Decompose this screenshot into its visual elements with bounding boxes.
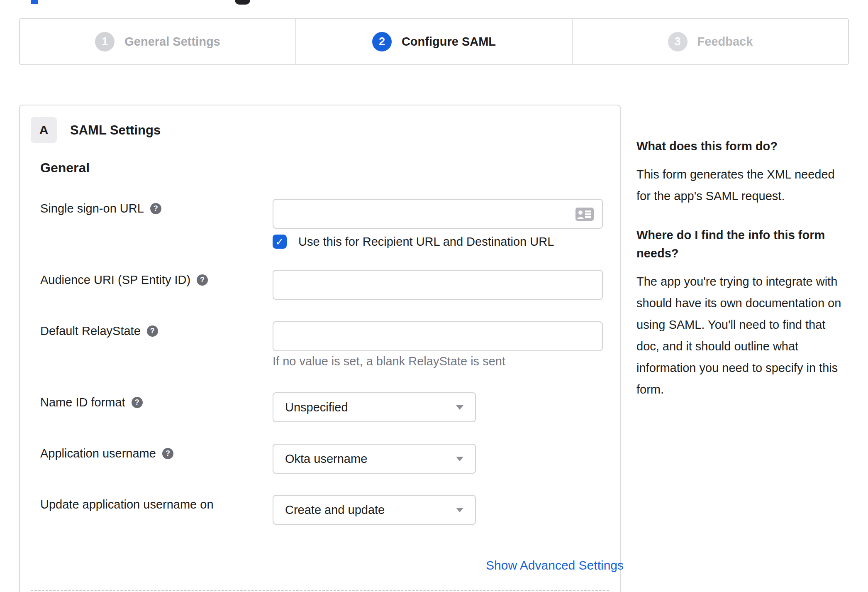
name-id-format-value: Unspecified bbox=[285, 401, 348, 414]
name-id-format-label: Name ID format bbox=[40, 396, 125, 409]
name-id-format-select[interactable]: Unspecified bbox=[273, 392, 476, 422]
advanced-settings-divider bbox=[31, 590, 609, 591]
relay-state-hint: If no value is set, a blank RelayState i… bbox=[273, 355, 505, 368]
show-advanced-settings-link[interactable]: Show Advanced Settings bbox=[273, 558, 624, 572]
audience-uri-input[interactable] bbox=[273, 270, 603, 300]
saml-settings-panel: A SAML Settings General Single sign-on U… bbox=[19, 105, 621, 592]
relay-state-input[interactable] bbox=[273, 321, 603, 351]
panel-title: SAML Settings bbox=[70, 123, 161, 138]
contact-card-icon bbox=[575, 208, 594, 221]
step-configure-saml[interactable]: 2 Configure SAML bbox=[295, 19, 572, 64]
audience-uri-label: Audience URI (SP Entity ID) bbox=[40, 273, 190, 287]
help-icon[interactable]: ? bbox=[147, 325, 158, 337]
chevron-down-icon bbox=[456, 457, 463, 461]
step-feedback[interactable]: 3 Feedback bbox=[572, 19, 848, 64]
application-username-label: Application username bbox=[40, 447, 156, 460]
application-username-label-row: Application username ? bbox=[40, 446, 173, 461]
help-icon[interactable]: ? bbox=[132, 397, 143, 408]
cutoff-title-fragment-blue bbox=[31, 0, 38, 4]
help-icon[interactable]: ? bbox=[162, 448, 173, 459]
recipient-url-checkbox-label: Use this for Recipient URL and Destinati… bbox=[298, 235, 554, 249]
step-2-number-badge: 2 bbox=[372, 32, 392, 51]
relay-state-label: Default RelayState bbox=[40, 324, 141, 338]
section-a-badge: A bbox=[31, 117, 57, 143]
step-general-settings[interactable]: 1 General Settings bbox=[20, 19, 295, 64]
help-heading-what: What does this form do? bbox=[636, 137, 842, 155]
general-section-heading: General bbox=[40, 160, 90, 176]
step-2-label: Configure SAML bbox=[402, 35, 496, 49]
recipient-url-checkbox-row: ✓ Use this for Recipient URL and Destina… bbox=[273, 235, 554, 249]
audience-uri-label-row: Audience URI (SP Entity ID) ? bbox=[40, 272, 208, 287]
application-username-select[interactable]: Okta username bbox=[273, 444, 476, 474]
update-app-username-select[interactable]: Create and update bbox=[273, 495, 476, 525]
sso-url-label-row: Single sign-on URL ? bbox=[40, 201, 161, 216]
step-3-label: Feedback bbox=[697, 35, 753, 49]
help-icon[interactable]: ? bbox=[197, 274, 208, 286]
chevron-down-icon bbox=[456, 508, 463, 512]
application-username-value: Okta username bbox=[285, 452, 367, 466]
update-app-username-label-row: Update application username on bbox=[40, 497, 214, 512]
step-1-number-badge: 1 bbox=[95, 32, 115, 51]
help-body-what: This form generates the XML needed for t… bbox=[636, 164, 842, 207]
chevron-down-icon bbox=[456, 405, 463, 410]
recipient-url-checkbox[interactable]: ✓ bbox=[273, 235, 287, 249]
update-app-username-value: Create and update bbox=[285, 503, 385, 517]
cutoff-title-fragment-dark bbox=[235, 0, 250, 5]
relay-state-label-row: Default RelayState ? bbox=[40, 323, 158, 338]
help-sidebar: What does this form do? This form genera… bbox=[636, 137, 842, 419]
wizard-stepper: 1 General Settings 2 Configure SAML 3 Fe… bbox=[19, 18, 849, 65]
help-body-where: The app you're trying to integrate with … bbox=[636, 271, 842, 400]
name-id-format-label-row: Name ID format ? bbox=[40, 395, 143, 410]
step-3-number-badge: 3 bbox=[668, 32, 688, 51]
help-heading-where: Where do I find the info this form needs… bbox=[636, 226, 842, 262]
sso-url-input[interactable] bbox=[273, 199, 603, 229]
help-icon[interactable]: ? bbox=[150, 203, 161, 214]
sso-url-label: Single sign-on URL bbox=[40, 202, 144, 215]
update-app-username-label: Update application username on bbox=[40, 498, 214, 511]
checkmark-icon: ✓ bbox=[276, 236, 284, 248]
step-1-label: General Settings bbox=[124, 35, 220, 49]
